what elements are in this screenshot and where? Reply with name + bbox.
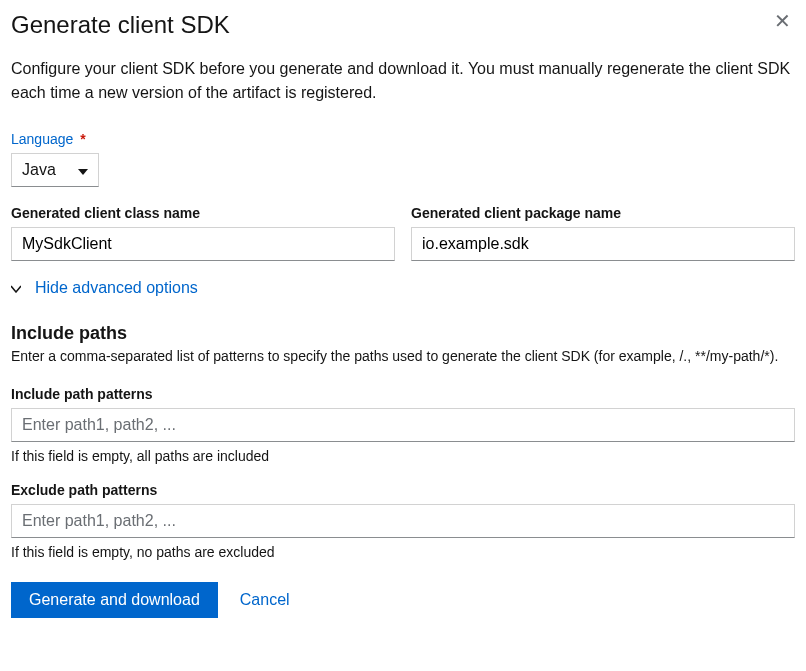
caret-down-icon xyxy=(78,162,88,178)
page-title: Generate client SDK xyxy=(11,11,230,39)
package-name-label: Generated client package name xyxy=(411,205,795,221)
include-patterns-label: Include path patterns xyxy=(11,386,795,402)
language-select-value: Java xyxy=(22,161,62,179)
advanced-options-label: Hide advanced options xyxy=(35,279,198,297)
class-name-label: Generated client class name xyxy=(11,205,395,221)
language-select[interactable]: Java xyxy=(11,153,99,187)
exclude-patterns-input[interactable] xyxy=(11,504,795,538)
exclude-patterns-label: Exclude path patterns xyxy=(11,482,795,498)
class-name-input[interactable] xyxy=(11,227,395,261)
include-paths-heading: Include paths xyxy=(11,323,795,344)
include-patterns-input[interactable] xyxy=(11,408,795,442)
advanced-options-toggle[interactable]: Hide advanced options xyxy=(11,279,795,297)
chevron-down-icon xyxy=(11,280,21,296)
cancel-button[interactable]: Cancel xyxy=(240,591,290,609)
package-name-input[interactable] xyxy=(411,227,795,261)
close-icon[interactable]: ✕ xyxy=(770,11,795,31)
exclude-patterns-helper: If this field is empty, no paths are exc… xyxy=(11,544,795,560)
dialog-description: Configure your client SDK before you gen… xyxy=(11,57,795,105)
language-label-text: Language xyxy=(11,131,73,147)
include-paths-description: Enter a comma-separated list of patterns… xyxy=(11,348,795,364)
generate-download-button[interactable]: Generate and download xyxy=(11,582,218,618)
include-patterns-helper: If this field is empty, all paths are in… xyxy=(11,448,795,464)
language-label: Language * xyxy=(11,131,795,147)
required-marker: * xyxy=(80,131,85,147)
